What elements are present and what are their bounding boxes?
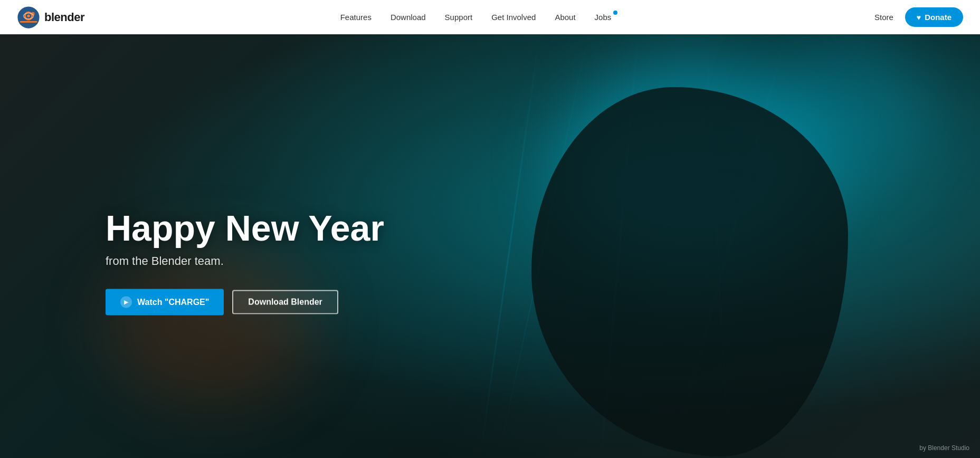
blender-logo-icon	[17, 6, 40, 29]
nav-item-get-involved[interactable]: Get Involved	[484, 13, 543, 22]
hero-section: Happy New Year from the Blender team. ▶ …	[0, 34, 980, 458]
jobs-notification-dot	[613, 11, 617, 15]
nav-item-features[interactable]: Features	[333, 13, 379, 22]
nav-link-download[interactable]: Download	[383, 8, 433, 26]
navbar: blender Features Download Support Get In…	[0, 0, 980, 34]
download-blender-button[interactable]: Download Blender	[232, 290, 338, 314]
nav-link-about[interactable]: About	[547, 8, 583, 26]
hero-subtitle: from the Blender team.	[106, 254, 384, 268]
hero-buttons: ▶ Watch "CHARGE" Download Blender	[106, 289, 384, 315]
navbar-right: Store ♥ Donate	[867, 7, 963, 27]
nav-item-download[interactable]: Download	[383, 13, 433, 22]
hero-credit: by Blender Studio	[919, 444, 969, 452]
donate-button[interactable]: ♥ Donate	[905, 7, 963, 27]
download-button-label: Download Blender	[248, 297, 322, 306]
logo-link[interactable]: blender	[17, 6, 84, 29]
nav-item-support[interactable]: Support	[437, 13, 480, 22]
hero-title: Happy New Year	[106, 209, 384, 246]
heart-icon: ♥	[917, 13, 921, 22]
nav-link-get-involved[interactable]: Get Involved	[484, 8, 543, 26]
svg-point-3	[27, 14, 30, 17]
nav-link-support[interactable]: Support	[437, 8, 480, 26]
nav-link-features[interactable]: Features	[333, 8, 379, 26]
store-link[interactable]: Store	[867, 8, 901, 26]
nav-item-jobs[interactable]: Jobs	[587, 13, 619, 22]
logo-text: blender	[44, 11, 84, 24]
donate-label: Donate	[925, 13, 952, 22]
watch-button-label: Watch "CHARGE"	[137, 297, 209, 307]
watch-button[interactable]: ▶ Watch "CHARGE"	[106, 289, 224, 315]
nav-links: Features Download Support Get Involved A…	[333, 13, 619, 22]
nav-item-about[interactable]: About	[547, 13, 583, 22]
play-icon: ▶	[120, 296, 132, 308]
hero-content: Happy New Year from the Blender team. ▶ …	[106, 209, 384, 315]
